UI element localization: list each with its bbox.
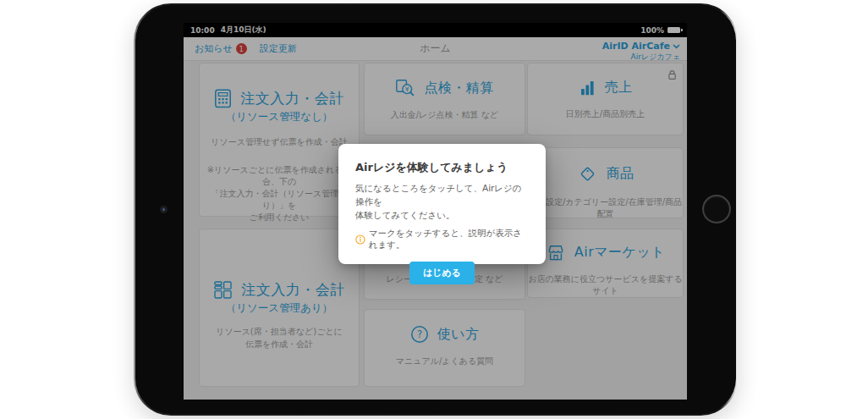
dialog-info-text: マークをタッチすると、説明が表示されます。 [369, 228, 529, 251]
dialog-title: Airレジを体験してみましょう [355, 160, 529, 175]
app-screen: 10:00 4月10日(水) 100% お知らせ 1 設定更新 ホー [184, 23, 687, 400]
onboarding-dialog: Airレジを体験してみましょう 気になるところをタッチして、Airレジの操作を … [338, 144, 546, 264]
dialog-body: 気になるところをタッチして、Airレジの操作を 体験してみてください。 [355, 182, 529, 222]
ipad-bezel: 10:00 4月10日(水) 100% お知らせ 1 設定更新 ホー [135, 5, 736, 414]
info-icon [355, 234, 365, 245]
home-button[interactable] [702, 195, 731, 223]
dialog-info-row: マークをタッチすると、説明が表示されます。 [355, 228, 529, 251]
photo-backdrop: 10:00 4月10日(水) 100% お知らせ 1 設定更新 ホー [0, 0, 868, 419]
front-camera-icon [160, 206, 168, 213]
start-button[interactable]: はじめる [409, 262, 475, 284]
ipad-device: 10:00 4月10日(水) 100% お知らせ 1 設定更新 ホー [134, 3, 738, 416]
